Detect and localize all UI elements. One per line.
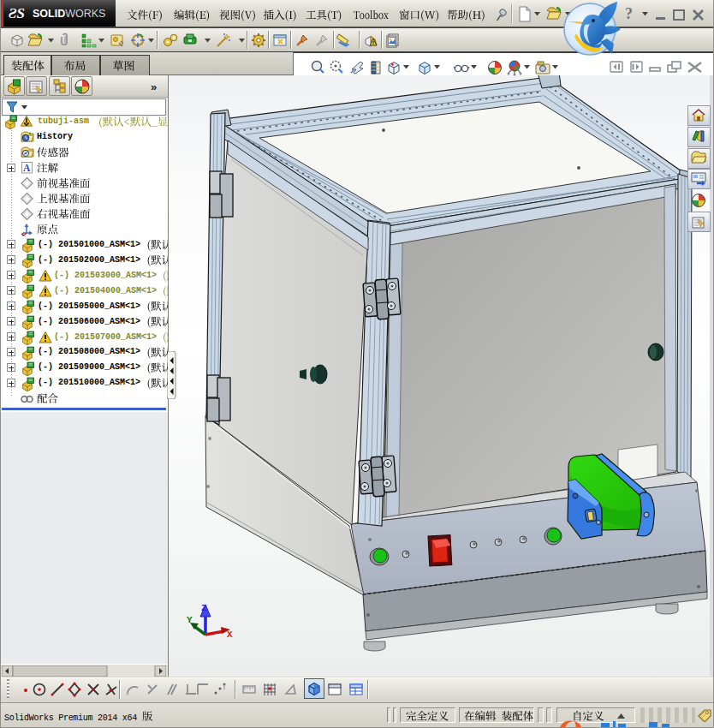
svg-text:X: X [227, 630, 233, 640]
svg-text:ƧS: ƧS [9, 5, 25, 21]
svg-text:!: ! [372, 40, 374, 45]
svg-text:?: ? [625, 6, 633, 22]
svg-text:Y: Y [187, 615, 193, 625]
svg-text:SOLIDWORKS: SOLIDWORKS [33, 8, 105, 20]
svg-text:A: A [23, 163, 31, 173]
svg-text:Z: Z [201, 603, 207, 613]
